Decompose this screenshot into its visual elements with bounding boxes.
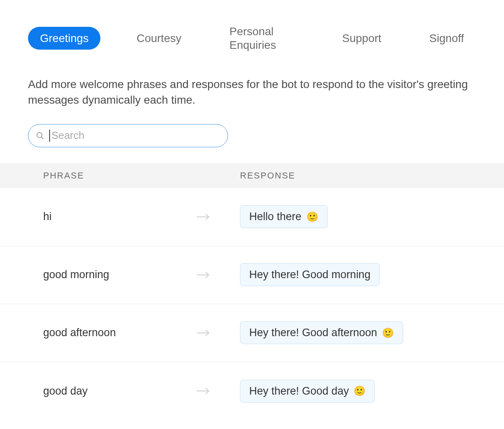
response-chip[interactable]: Hey there! Good morning [240,263,380,286]
tab-support[interactable]: Support [330,27,393,50]
text-cursor [49,130,50,142]
description-text: Add more welcome phrases and responses f… [0,56,504,108]
phrase-text: good morning [0,269,196,281]
table-row[interactable]: good afternoon Hey there! Good afternoon… [0,304,504,362]
arrow-right-icon [196,271,210,279]
response-chip[interactable]: Hey there! Good afternoon 🙂 [240,321,403,344]
response-chip[interactable]: Hey there! Good day 🙂 [240,380,375,403]
tab-courtesy[interactable]: Courtesy [124,27,193,50]
response-text: Hey there! Good morning [249,269,370,281]
table-header: PHRASE RESPONSE [0,163,504,188]
table-row[interactable]: good morning Hey there! Good morning [0,246,504,304]
column-header-response: RESPONSE [224,170,295,181]
arrow-right-icon [196,329,210,337]
smile-emoji-icon: 🙂 [306,211,318,223]
table-row[interactable]: hi Hello there 🙂 [0,188,504,246]
phrase-text: good afternoon [0,327,196,339]
svg-point-0 [37,132,42,138]
arrow-right-icon [196,213,210,221]
column-header-phrase: PHRASE [0,170,224,181]
smile-emoji-icon: 🙂 [382,327,394,339]
search-input[interactable] [52,129,220,142]
tab-personal-enquiries[interactable]: Personal Enquiries [217,20,306,56]
phrase-text: hi [0,210,196,223]
response-text: Hey there! Good afternoon [249,327,377,339]
tabs-bar: Greetings Courtesy Personal Enquiries Su… [0,20,504,56]
response-chip[interactable]: Hello there 🙂 [240,205,328,228]
search-icon [36,131,44,140]
table-row[interactable]: good day Hey there! Good day 🙂 [0,362,504,420]
tab-signoff[interactable]: Signoff [417,27,476,50]
phrase-text: good day [0,385,196,397]
svg-line-1 [41,137,43,139]
response-text: Hey there! Good day [249,385,349,397]
search-box[interactable] [28,124,228,147]
smile-emoji-icon: 🙂 [354,385,366,397]
tab-greetings[interactable]: Greetings [28,27,100,50]
response-text: Hello there [249,210,302,223]
arrow-right-icon [196,387,210,395]
